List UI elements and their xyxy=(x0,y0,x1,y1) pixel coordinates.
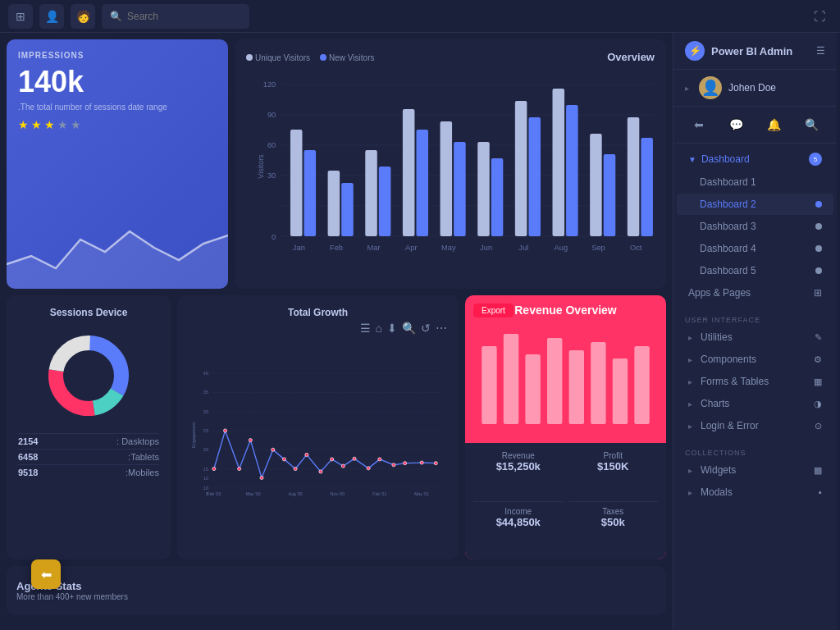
svg-point-75 xyxy=(282,458,285,461)
grid-icon[interactable]: ⊞ xyxy=(8,4,33,29)
impressions-stars: ★ ★ ★ ★ ★ xyxy=(18,118,217,131)
svg-rect-22 xyxy=(454,142,466,236)
widgets-row1: IMPRESSIONS 140k .The total number of se… xyxy=(0,33,673,295)
svg-point-76 xyxy=(294,467,297,470)
svg-rect-18 xyxy=(379,167,391,236)
utilities-icon: ✎ xyxy=(815,332,822,343)
sessions-device-card: Sessions Device xyxy=(7,295,171,559)
chevron-down-icon: ▼ xyxy=(688,155,696,164)
user-name: Johen Doe xyxy=(728,82,776,94)
svg-text:May: May xyxy=(441,244,456,252)
svg-text:Jun: Jun xyxy=(480,244,492,252)
sidebar-item-dashboard4[interactable]: Dashboard 4 xyxy=(677,238,833,259)
star-5: ★ xyxy=(71,118,81,131)
svg-rect-29 xyxy=(590,134,602,236)
overview-card: Unique Visitors New Visitors Overview 12… xyxy=(235,39,666,289)
revenue-stat-revenue: Revenue $15,250k xyxy=(473,451,564,496)
chat-icon[interactable]: 💬 xyxy=(725,113,748,136)
svg-point-83 xyxy=(378,458,381,461)
sidebar-icons-row: ⬅ 💬 🔔 🔍 xyxy=(673,107,837,144)
svg-text:Sep: Sep xyxy=(591,244,605,252)
sidebar-item-dashboard5[interactable]: Dashboard 5 xyxy=(677,260,833,281)
components-left: ▸ Components xyxy=(688,354,756,365)
bell-icon[interactable]: 🔔 xyxy=(762,113,785,136)
widgets-left: ▸ Widgets xyxy=(688,464,736,476)
search-sidebar-icon[interactable]: 🔍 xyxy=(800,113,823,136)
sidebar-item-login-error[interactable]: ▸ Login & Error ⊙ xyxy=(677,415,833,436)
menu-icon[interactable]: ⋯ xyxy=(436,322,447,335)
svg-text:30: 30 xyxy=(267,171,276,180)
sidebar-item-utilities[interactable]: ▸ Utilities ✎ xyxy=(677,326,833,348)
sidebar-item-components[interactable]: ▸ Components ⚙ xyxy=(677,349,833,370)
login-left: ▸ Login & Error xyxy=(688,420,759,431)
expand-icon[interactable]: ⛶ xyxy=(807,4,832,29)
stat-tablets: 6458 :Tablets xyxy=(18,449,159,464)
widgets-label: Widgets xyxy=(701,464,736,476)
sidebar-item-modals[interactable]: ▸ Modals ▪ xyxy=(677,482,833,503)
charts-label: Charts xyxy=(701,398,729,409)
svg-point-77 xyxy=(305,453,308,456)
svg-rect-31 xyxy=(628,117,640,236)
collections-label: COLLECTIONS xyxy=(673,444,837,459)
svg-point-84 xyxy=(392,463,395,467)
total-growth-card: Total Growth ☰ ⌂ ⬇ 🔍 ↺ ⋯ xyxy=(177,295,459,559)
svg-text:40: 40 xyxy=(203,371,208,376)
sessions-title: Sessions Device xyxy=(18,307,159,318)
agents-subtitle: More than 400+ new members xyxy=(16,592,128,601)
zoom-icon[interactable]: 🔍 xyxy=(402,322,416,335)
sidebar-item-apps-pages[interactable]: Apps & Pages ⊞ xyxy=(677,282,833,304)
widgets-arrow: ▸ xyxy=(688,466,692,475)
sidebar-item-charts[interactable]: ▸ Charts ◑ xyxy=(677,393,833,414)
growth-toolbar: ☰ ⌂ ⬇ 🔍 ↺ ⋯ xyxy=(189,322,447,335)
svg-rect-17 xyxy=(365,150,377,236)
sidebar-item-forms-tables[interactable]: ▸ Forms & Tables ▦ xyxy=(677,371,833,392)
svg-point-73 xyxy=(260,476,263,479)
collapse-arrow[interactable]: ▸ xyxy=(685,84,689,93)
user-circle-icon[interactable]: 🧑 xyxy=(71,4,95,29)
sidebar-item-widgets[interactable]: ▸ Widgets ▩ xyxy=(677,459,833,481)
d1-left: Dashboard 1 xyxy=(700,176,756,188)
person-icon[interactable]: 👤 xyxy=(39,4,64,29)
logout-icon[interactable]: ⬅ xyxy=(687,113,710,136)
search-input[interactable] xyxy=(127,11,241,22)
svg-text:20: 20 xyxy=(203,447,208,452)
download-icon[interactable]: ⬇ xyxy=(387,322,397,335)
widgets-icon: ▩ xyxy=(814,465,822,476)
refresh-icon[interactable]: ↺ xyxy=(421,322,431,335)
impressions-wave-chart xyxy=(7,207,228,289)
dashboard2-label: Dashboard 2 xyxy=(700,199,756,210)
svg-point-87 xyxy=(434,462,437,465)
collections-section: COLLECTIONS ▸ Widgets ▩ ▸ Modals ▪ xyxy=(673,441,837,507)
search-icon: 🔍 xyxy=(110,11,122,22)
export-button[interactable]: Export xyxy=(473,304,514,317)
sidebar-item-dashboard3[interactable]: Dashboard 3 xyxy=(677,216,833,237)
sidebar-item-dashboard2[interactable]: Dashboard 2 xyxy=(677,194,833,215)
home-icon[interactable]: ⌂ xyxy=(376,322,382,335)
svg-text:Feb '00: Feb '00 xyxy=(207,491,221,496)
components-arrow: ▸ xyxy=(688,355,692,364)
d3-left: Dashboard 3 xyxy=(700,221,756,232)
utilities-left: ▸ Utilities xyxy=(688,331,733,343)
svg-rect-99 xyxy=(547,338,562,424)
forms-icon: ▦ xyxy=(814,377,822,387)
dashboard5-dot xyxy=(815,267,822,274)
dashboard4-dot xyxy=(815,245,822,252)
sessions-stats-list: 2154 : Dasktops 6458 :Tablets 9518 :Mobi… xyxy=(18,433,159,480)
hamburger-icon[interactable]: ☰ xyxy=(360,322,371,335)
forms-left: ▸ Forms & Tables xyxy=(688,376,769,387)
svg-text:25: 25 xyxy=(203,428,208,433)
svg-text:Engagement: Engagement xyxy=(191,422,196,447)
sidebar-item-dashboard[interactable]: ▼ Dashboard 5 xyxy=(677,148,833,171)
legend-new: New Visitors xyxy=(320,53,374,62)
charts-arrow: ▸ xyxy=(688,399,692,409)
profit-label: Profit xyxy=(568,451,659,460)
svg-rect-25 xyxy=(515,101,527,236)
mobiles-label: :Mobiles xyxy=(126,468,159,477)
svg-point-86 xyxy=(420,461,423,464)
svg-text:0: 0 xyxy=(272,233,276,241)
sidebar-item-dashboard1[interactable]: Dashboard 1 xyxy=(677,171,833,193)
sidebar-menu-icon[interactable]: ☰ xyxy=(816,45,825,57)
taxes-label: Taxes xyxy=(568,507,659,516)
stat-desktops: 2154 : Dasktops xyxy=(18,433,159,449)
float-button[interactable]: ⬅ xyxy=(31,559,61,589)
